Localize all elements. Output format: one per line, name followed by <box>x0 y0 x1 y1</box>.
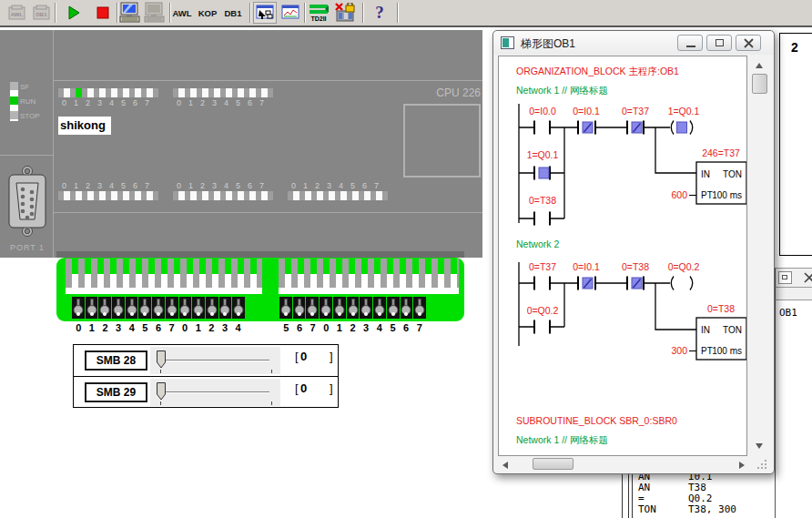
input-switch[interactable] <box>333 297 346 319</box>
toolbar: AWL DB1 AWL KOP DB1 TD2II ? <box>0 0 812 25</box>
horizontal-scroll-thumb[interactable] <box>533 458 573 470</box>
stop-button[interactable] <box>91 2 115 24</box>
smb28-slider[interactable] <box>150 347 280 374</box>
input-switch[interactable] <box>219 297 232 319</box>
input-switch[interactable] <box>72 297 85 319</box>
input-switch[interactable] <box>126 297 138 319</box>
input-switch[interactable] <box>86 297 98 319</box>
close-button[interactable] <box>736 35 761 51</box>
slider-thumb[interactable] <box>157 350 167 369</box>
help-icon[interactable]: ? <box>368 2 391 24</box>
db1-view-button[interactable]: DB1 <box>222 5 244 20</box>
led-group: 01234567 <box>173 88 273 108</box>
bg-restore-button[interactable] <box>778 271 792 284</box>
input-switch[interactable] <box>152 297 165 319</box>
input-switch[interactable] <box>347 297 360 319</box>
input-switch[interactable] <box>360 297 372 319</box>
input-switch[interactable] <box>373 297 386 319</box>
switch-digit: 0 <box>320 322 333 333</box>
led <box>329 191 335 200</box>
led <box>64 88 70 97</box>
scroll-right-arrow[interactable] <box>739 462 745 469</box>
locked-chart-icon[interactable] <box>333 2 357 24</box>
contact-label: 0=Q0.2 <box>527 305 559 316</box>
led <box>249 191 256 200</box>
input-switch[interactable] <box>320 297 332 319</box>
input-switch[interactable] <box>279 297 292 319</box>
svg-text:DB1: DB1 <box>36 12 47 17</box>
computer-online-icon[interactable] <box>118 2 142 24</box>
smb29-slider[interactable] <box>150 379 280 406</box>
led-strip <box>58 88 158 97</box>
led-group: 01234567 <box>288 180 388 200</box>
input-switch[interactable] <box>166 297 178 319</box>
input-switch[interactable] <box>138 297 151 319</box>
stl-line: TONT38, 300 <box>638 504 811 515</box>
led-digit: 1 <box>70 180 82 191</box>
led-digit: 2 <box>197 180 208 191</box>
led <box>111 88 117 97</box>
input-switch[interactable] <box>192 297 205 319</box>
stl-gutter-line <box>632 471 633 518</box>
db-file-icon-disabled[interactable]: DB1 <box>30 2 54 24</box>
input-switch[interactable] <box>179 297 192 319</box>
maximize-button[interactable] <box>706 35 732 51</box>
led <box>261 191 268 200</box>
awl-view-button[interactable]: AWL <box>171 5 193 20</box>
input-switch[interactable] <box>98 297 111 319</box>
led-digit: 4 <box>335 180 347 191</box>
scroll-up-arrow[interactable] <box>756 63 763 68</box>
coil-label: 1=Q0.1 <box>668 106 700 117</box>
resize-grip[interactable] <box>756 459 768 471</box>
scroll-left-arrow[interactable] <box>502 462 508 469</box>
led-digit: 2 <box>82 180 94 191</box>
led-digit: 1 <box>70 97 82 108</box>
led <box>135 88 141 97</box>
vertical-scroll-thumb[interactable] <box>752 74 767 94</box>
awl-file-icon-disabled[interactable]: AWL <box>5 2 29 24</box>
chart-view-icon[interactable] <box>279 2 302 24</box>
smb-slider-panel: SMB 28 [ 0 ] SMB 29 [ 0 ] <box>73 344 339 408</box>
slider-thumb[interactable] <box>157 382 167 401</box>
bg-close-icon[interactable] <box>804 271 812 284</box>
contact-label: 0=T37 <box>529 261 556 272</box>
horizontal-scrollbar[interactable] <box>498 457 749 472</box>
ladder-view-icon[interactable] <box>253 2 277 24</box>
led <box>226 191 232 200</box>
slider-track[interactable] <box>157 391 269 393</box>
computer-offline-icon[interactable] <box>143 2 167 24</box>
led <box>214 88 220 97</box>
plc-panel: SF RUN STOP PORT 1 01234567 01234567 012… <box>0 30 482 258</box>
sf-led <box>10 82 18 90</box>
contact-label: 0=T38 <box>529 195 556 206</box>
led-digit: 5 <box>232 180 244 191</box>
led-digit: 1 <box>185 180 197 191</box>
td200-icon[interactable]: TD2II <box>308 2 331 24</box>
input-switch[interactable] <box>413 297 426 319</box>
input-switch[interactable] <box>387 297 400 319</box>
led-digit: 3 <box>323 180 335 191</box>
input-switch[interactable] <box>306 297 319 319</box>
input-switch[interactable] <box>401 297 413 319</box>
port1-connector <box>5 164 49 241</box>
minimize-button[interactable] <box>677 35 703 51</box>
switch-digit: 0 <box>178 322 192 333</box>
switch-digit: 2 <box>346 322 360 333</box>
kop-view-button[interactable]: KOP <box>197 5 218 20</box>
scroll-down-arrow[interactable] <box>756 443 763 449</box>
ladder-window-titlebar[interactable]: 梯形图OB1 <box>493 31 774 55</box>
slider-track[interactable] <box>157 360 269 361</box>
led-digit: 7 <box>256 97 268 108</box>
led-digit: 5 <box>117 180 129 191</box>
vertical-scrollbar[interactable] <box>749 56 771 456</box>
contact-label: 1=Q0.1 <box>527 149 559 160</box>
run-button[interactable] <box>62 2 86 24</box>
input-switch[interactable] <box>293 297 306 319</box>
separator <box>397 3 399 23</box>
led <box>99 191 106 200</box>
switch-digit: 6 <box>400 322 413 333</box>
switch-digit: 6 <box>152 322 166 333</box>
input-switch[interactable] <box>112 297 125 319</box>
input-switch[interactable] <box>232 297 245 319</box>
input-switch[interactable] <box>206 297 218 319</box>
